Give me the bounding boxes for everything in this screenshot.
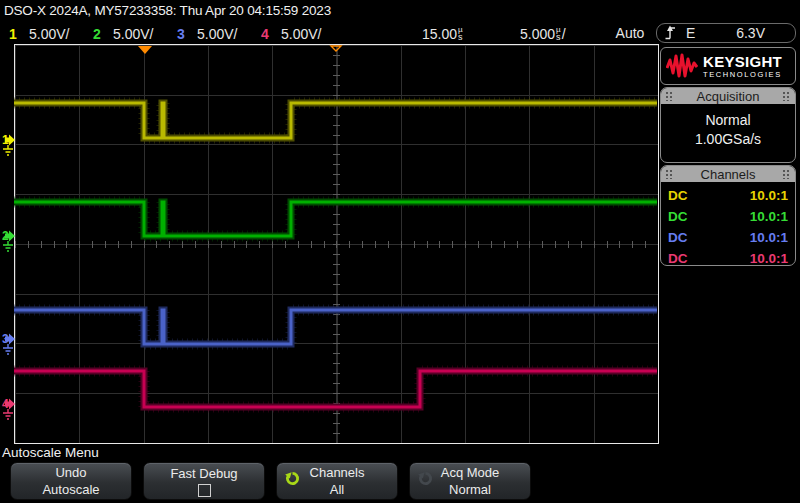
brand-sub: TECHNOLOGIES <box>703 71 782 79</box>
channel-2-ground-label: 2 <box>2 229 9 243</box>
trigger-mode[interactable]: Auto <box>608 23 652 44</box>
oscilloscope-screen: DSO-X 2024A, MY57233358: Thu Apr 20 04:1… <box>0 0 800 503</box>
channel-4-vertical-scale[interactable]: 45.00V/ <box>258 23 342 44</box>
channel-1-ground-label: 1 <box>2 133 9 147</box>
channel-coupling: DC <box>668 209 688 224</box>
fast-debug-checkbox[interactable] <box>198 484 211 497</box>
softkey-label-line2: All <box>330 481 344 498</box>
channel-1-vertical-scale[interactable]: 15.00V/ <box>6 23 90 44</box>
channel-coupling: DC <box>668 188 688 203</box>
waveform-grid <box>14 44 659 444</box>
keysight-logo: KEYSIGHT TECHNOLOGIES <box>660 47 796 85</box>
trigger-level: 6.3V <box>736 25 765 41</box>
channel-1-scale-value: 5.00V/ <box>29 26 69 42</box>
softkey-label-line1: Acq Mode <box>441 464 500 481</box>
channel-3-number: 3 <box>174 26 188 42</box>
edge-trigger-rising-icon <box>665 25 676 41</box>
channels-row-4[interactable]: DC10.0:1 <box>661 248 795 266</box>
trigger-info-box[interactable]: E 6.3V <box>656 23 796 43</box>
channel-2-ground-icon <box>3 241 13 251</box>
channel-4-number: 4 <box>258 26 272 42</box>
channel-probe-ratio: 10.0:1 <box>750 209 788 224</box>
grip-icon <box>665 169 674 179</box>
time-delay[interactable]: 15.00µs <box>422 23 463 44</box>
channel-2-vertical-scale[interactable]: 25.00V/ <box>90 23 174 44</box>
softkey-acq-mode[interactable]: Acq ModeNormal <box>409 462 531 500</box>
channels-rows: DC10.0:1DC10.0:1DC10.0:1DC10.0:1 <box>661 182 795 266</box>
channel-1-ground-icon <box>3 145 13 155</box>
softkey-undo-autoscale[interactable]: UndoAutoscale <box>10 462 132 500</box>
delay-unit: µs <box>458 27 463 41</box>
center-horizontal-axis-ticks <box>15 241 658 248</box>
channel-probe-ratio: 10.0:1 <box>750 251 788 266</box>
softkey-label-line1: Channels <box>310 464 365 481</box>
statusbar: 15.00V/25.00V/35.00V/45.00V/ 15.00µs 5.0… <box>0 23 800 44</box>
channels-panel-header[interactable]: Channels <box>661 166 795 182</box>
titlebar: DSO-X 2024A, MY57233358: Thu Apr 20 04:1… <box>4 3 331 18</box>
channels-panel: Channels DC10.0:1DC10.0:1DC10.0:1DC10.0:… <box>660 165 796 266</box>
channel-4-scale-value: 5.00V/ <box>281 26 321 42</box>
channel-probe-ratio: 10.0:1 <box>750 230 788 245</box>
trigger-source: E <box>686 25 695 41</box>
softkey-label-line1: Undo <box>55 464 86 481</box>
channel-2-scale-value: 5.00V/ <box>113 26 153 42</box>
channel-3-ground-label: 3 <box>2 332 9 346</box>
softkey-label-line2: Autoscale <box>42 481 99 498</box>
timebase-value: 5.000 <box>520 26 555 42</box>
channel-3-scale-value: 5.00V/ <box>197 26 237 42</box>
softkeys: UndoAutoscaleFast DebugChannelsAllAcq Mo… <box>0 462 800 502</box>
statusbar-channels: 15.00V/25.00V/35.00V/45.00V/ <box>6 23 342 44</box>
channels-title: Channels <box>701 167 756 182</box>
timebase-scale[interactable]: 5.000µs/ <box>520 23 566 44</box>
channel-1-number: 1 <box>6 26 20 42</box>
acquisition-title: Acquisition <box>697 89 760 104</box>
channels-row-2[interactable]: DC10.0:1 <box>661 206 795 227</box>
menu-title: Autoscale Menu <box>2 445 99 460</box>
softkey-channels-all[interactable]: ChannelsAll <box>276 462 398 500</box>
channel-4-ground-icon <box>3 409 13 419</box>
channels-row-1[interactable]: DC10.0:1 <box>661 185 795 206</box>
grip-icon <box>782 91 791 101</box>
softkey-fast-debug[interactable]: Fast Debug <box>143 462 265 500</box>
acquisition-panel-header[interactable]: Acquisition <box>661 88 795 104</box>
delay-value: 15.00 <box>422 26 457 42</box>
grip-icon <box>782 169 791 179</box>
channel-probe-ratio: 10.0:1 <box>750 188 788 203</box>
channel-2-number: 2 <box>90 26 104 42</box>
acquisition-mode: Normal <box>661 111 795 130</box>
cycle-arrow-icon <box>285 471 300 490</box>
brand-name: KEYSIGHT <box>703 54 782 69</box>
grip-icon <box>665 91 674 101</box>
keysight-logo-icon <box>666 53 698 79</box>
softkey-label-line1: Fast Debug <box>170 465 237 482</box>
softkey-label-line2: Normal <box>449 481 491 498</box>
channel-coupling: DC <box>668 251 688 266</box>
sample-rate: 1.00GSa/s <box>661 130 795 149</box>
channels-row-3[interactable]: DC10.0:1 <box>661 227 795 248</box>
channel-3-ground-icon <box>3 344 13 354</box>
channel-4-ground-label: 4 <box>2 397 9 411</box>
timebase-unit: µs <box>556 27 561 41</box>
channel-coupling: DC <box>668 230 688 245</box>
channel-3-vertical-scale[interactable]: 35.00V/ <box>174 23 258 44</box>
cycle-arrow-icon <box>418 471 433 490</box>
acquisition-panel: Acquisition Normal 1.00GSa/s <box>660 87 796 163</box>
